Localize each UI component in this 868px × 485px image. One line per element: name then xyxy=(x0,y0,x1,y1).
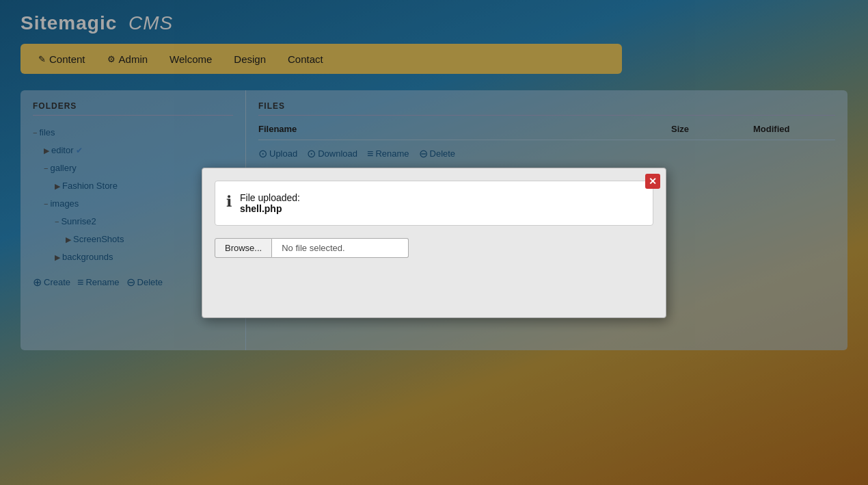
dialog-overlay: ✕ ℹ File uploaded: shell.php Browse... N… xyxy=(0,0,868,485)
info-icon: ℹ xyxy=(226,193,232,211)
message-line1: File uploaded: xyxy=(240,192,300,203)
browse-button[interactable]: Browse... xyxy=(215,238,272,258)
upload-area: Browse... No file selected. xyxy=(215,238,653,258)
file-selected-label: No file selected. xyxy=(272,238,409,258)
message-filename: shell.php xyxy=(240,203,282,214)
dialog-close-button[interactable]: ✕ xyxy=(645,174,660,189)
dialog-message: ℹ File uploaded: shell.php xyxy=(215,181,653,226)
message-text: File uploaded: shell.php xyxy=(240,192,300,214)
upload-dialog: ✕ ℹ File uploaded: shell.php Browse... N… xyxy=(202,168,666,318)
